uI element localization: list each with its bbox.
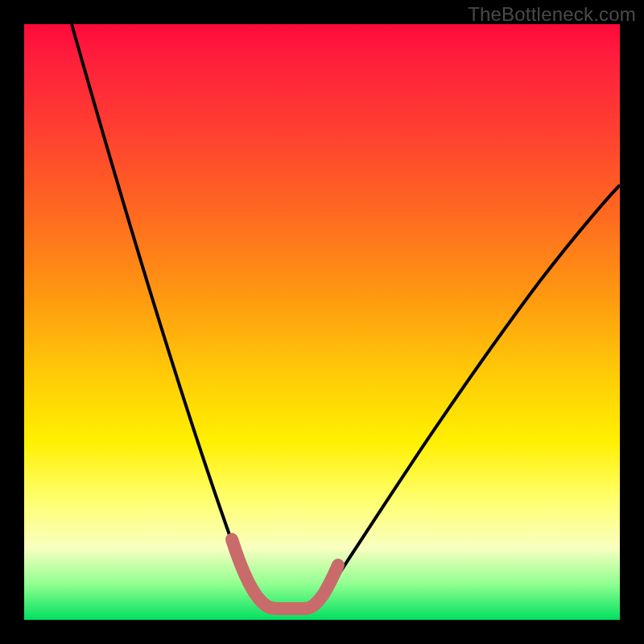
watermark-text: TheBottleneck.com — [468, 3, 636, 26]
bottleneck-curve-svg — [24, 24, 620, 620]
notch-highlight — [232, 539, 338, 609]
curve-path — [72, 24, 620, 609]
chart-frame: TheBottleneck.com — [0, 0, 644, 644]
